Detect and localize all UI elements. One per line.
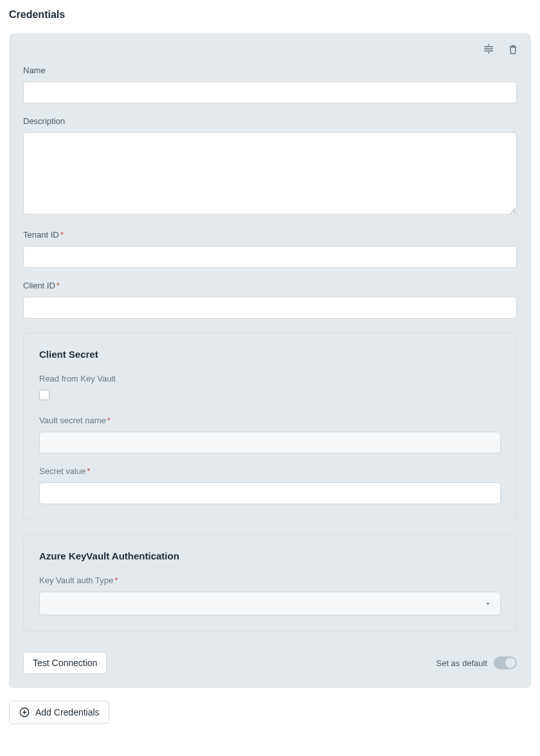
secret-value-label-text: Secret value	[39, 466, 86, 476]
client-secret-subcard: Client Secret Read from Key Vault Vault …	[23, 333, 517, 520]
tenant-id-label: Tenant ID*	[23, 230, 517, 240]
add-credentials-label: Add Credentials	[35, 707, 100, 717]
set-as-default-label: Set as default	[437, 658, 488, 668]
client-id-label-text: Client ID	[23, 281, 55, 290]
trash-icon[interactable]	[507, 42, 519, 58]
secret-value-input[interactable]	[39, 482, 501, 504]
vault-secret-name-input[interactable]	[39, 432, 501, 453]
svg-rect-1	[488, 44, 489, 46]
required-asterisk: *	[87, 466, 90, 476]
azure-keyvault-subcard: Azure KeyVault Authentication Key Vault …	[23, 534, 517, 631]
card-action-icons	[482, 42, 519, 58]
keyvault-auth-type-label-text: Key Vault auth Type	[39, 576, 113, 585]
required-asterisk: *	[57, 281, 60, 290]
vault-secret-name-label-text: Vault secret name	[39, 416, 106, 425]
name-label: Name	[23, 66, 517, 75]
tenant-id-label-text: Tenant ID	[23, 230, 59, 240]
svg-rect-0	[484, 46, 492, 48]
set-as-default-toggle[interactable]	[494, 656, 517, 669]
required-asterisk: *	[60, 230, 64, 240]
set-as-default-wrap: Set as default	[437, 656, 518, 669]
keyvault-auth-type-label: Key Vault auth Type*	[39, 576, 501, 585]
read-from-vault-checkbox[interactable]	[39, 390, 50, 400]
page-title: Credentials	[9, 9, 531, 21]
required-asterisk: *	[107, 416, 111, 425]
svg-rect-4	[484, 51, 492, 52]
description-label: Description	[23, 116, 517, 126]
name-input[interactable]	[23, 82, 517, 103]
reorder-icon[interactable]	[482, 42, 495, 58]
add-credentials-button[interactable]: Add Credentials	[9, 701, 109, 724]
client-id-label: Client ID*	[23, 281, 517, 290]
client-id-input[interactable]	[23, 297, 517, 319]
client-secret-title: Client Secret	[39, 349, 501, 360]
svg-rect-3	[484, 48, 492, 49]
credentials-card: Name Description Tenant ID* Client ID* C…	[9, 33, 531, 688]
secret-value-label: Secret value*	[39, 466, 501, 476]
card-footer: Test Connection Set as default	[23, 652, 517, 674]
read-from-vault-label: Read from Key Vault	[39, 374, 501, 383]
svg-rect-2	[488, 52, 489, 54]
chevron-down-icon	[483, 599, 492, 608]
azure-keyvault-title: Azure KeyVault Authentication	[39, 550, 501, 561]
description-textarea[interactable]	[23, 132, 517, 215]
required-asterisk: *	[114, 576, 118, 585]
keyvault-auth-type-select[interactable]	[39, 592, 501, 615]
test-connection-button[interactable]: Test Connection	[23, 652, 107, 674]
vault-secret-name-label: Vault secret name*	[39, 416, 501, 425]
tenant-id-input[interactable]	[23, 246, 517, 268]
plus-circle-icon	[19, 707, 30, 718]
